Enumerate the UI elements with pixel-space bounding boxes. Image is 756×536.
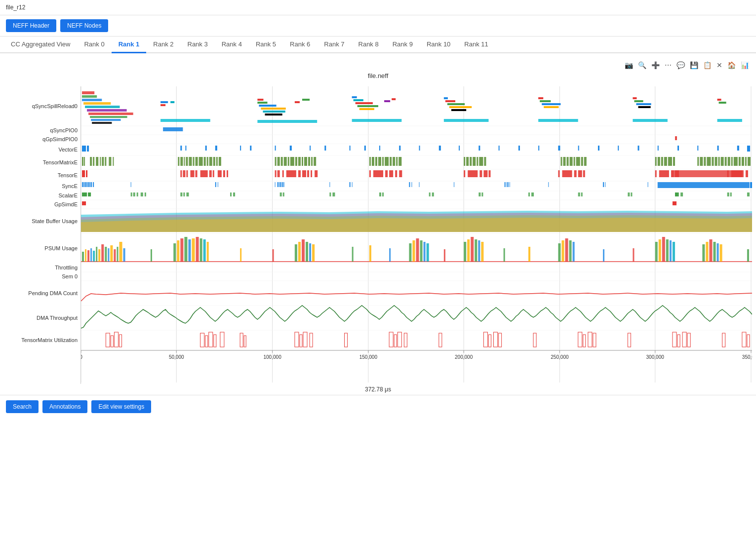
tab-rank4[interactable]: Rank 4 [215, 37, 249, 53]
tab-rank2[interactable]: Rank 2 [146, 37, 180, 53]
svg-rect-196 [180, 170, 182, 177]
tab-cc_aggregated[interactable]: CC Aggregated View [4, 37, 77, 53]
speech-icon[interactable]: 💬 [676, 60, 686, 70]
svg-rect-90 [379, 146, 380, 151]
svg-rect-186 [725, 157, 727, 166]
grid-icon[interactable]: ⋯ [664, 60, 673, 70]
svg-rect-175 [664, 157, 667, 166]
svg-rect-93 [439, 146, 441, 151]
svg-rect-306 [730, 192, 732, 196]
svg-rect-203 [213, 170, 214, 177]
svg-rect-167 [570, 157, 573, 166]
svg-rect-110 [82, 157, 83, 166]
svg-rect-133 [219, 157, 221, 166]
svg-rect-403 [345, 333, 348, 347]
svg-rect-396 [220, 332, 224, 347]
svg-text:300,000: 300,000 [646, 354, 665, 360]
svg-rect-378 [273, 249, 274, 262]
svg-rect-147 [369, 157, 371, 166]
neff-header-button[interactable]: NEFF Header [6, 19, 56, 32]
svg-rect-249 [215, 182, 216, 187]
copy-icon[interactable]: 📋 [702, 60, 713, 70]
svg-rect-345 [309, 243, 311, 262]
svg-rect-331 [173, 243, 176, 262]
svg-rect-86 [310, 146, 311, 151]
svg-rect-117 [105, 157, 106, 166]
svg-rect-151 [382, 157, 384, 166]
tab-rank0[interactable]: Rank 0 [77, 37, 111, 53]
svg-rect-347 [409, 243, 411, 262]
svg-rect-28 [85, 106, 119, 108]
svg-rect-185 [721, 157, 724, 166]
svg-rect-87 [324, 146, 326, 151]
annotations-button[interactable]: Annotations [42, 400, 87, 413]
svg-rect-188 [731, 157, 733, 166]
svg-rect-68 [636, 103, 651, 105]
tab-rank1[interactable]: Rank 1 [112, 37, 147, 53]
svg-rect-269 [548, 182, 549, 187]
search-button[interactable]: Search [6, 400, 39, 413]
svg-rect-106 [697, 146, 698, 151]
tab-rank6[interactable]: Rank 6 [283, 37, 317, 53]
save-icon[interactable]: 💾 [689, 60, 699, 70]
svg-rect-161 [477, 157, 478, 166]
home-icon[interactable]: 🏠 [726, 60, 737, 70]
tab-rank9[interactable]: Rank 9 [386, 37, 420, 53]
svg-rect-262 [411, 182, 412, 187]
svg-rect-248 [131, 182, 131, 187]
svg-rect-406 [398, 332, 401, 347]
svg-rect-355 [471, 237, 474, 262]
svg-rect-414 [578, 332, 582, 347]
svg-text:50,000: 50,000 [169, 354, 184, 360]
tab-rank10[interactable]: Rank 10 [420, 37, 457, 53]
svg-rect-137 [284, 157, 287, 166]
svg-rect-111 [84, 157, 85, 166]
svg-rect-29 [87, 109, 127, 112]
bar-chart-icon[interactable]: 📊 [740, 60, 750, 70]
svg-rect-226 [488, 170, 490, 177]
svg-rect-208 [278, 170, 280, 177]
svg-rect-32 [91, 119, 120, 121]
svg-rect-381 [389, 248, 391, 262]
svg-rect-85 [290, 146, 292, 151]
svg-rect-75 [675, 136, 677, 140]
svg-rect-164 [560, 157, 562, 166]
label-qsyncspillreload: qSyncSpillReload0 [4, 86, 80, 126]
tab-rank5[interactable]: Rank 5 [249, 37, 283, 53]
svg-rect-290 [332, 192, 335, 196]
svg-rect-255 [281, 182, 282, 187]
edit-view-settings-button[interactable]: Edit view settings [91, 400, 151, 413]
svg-rect-358 [481, 242, 483, 262]
tab-rank8[interactable]: Rank 8 [352, 37, 386, 53]
svg-rect-321 [96, 247, 97, 262]
close-icon[interactable]: ✕ [716, 60, 723, 70]
svg-rect-155 [396, 157, 398, 166]
tab-rank11[interactable]: Rank 11 [457, 37, 495, 53]
svg-rect-341 [295, 244, 297, 262]
neff-nodes-button[interactable]: NEFF Nodes [60, 19, 108, 32]
zoom-icon[interactable]: 🔍 [637, 60, 647, 70]
svg-text:150,000: 150,000 [359, 354, 378, 360]
plus-icon[interactable]: ➕ [650, 60, 661, 70]
label-qsyncpio: qSyncPIO0 [4, 126, 80, 135]
svg-rect-401 [303, 332, 307, 347]
camera-icon[interactable]: 📷 [624, 60, 634, 70]
svg-rect-383 [504, 248, 505, 262]
svg-rect-220 [395, 170, 397, 177]
svg-rect-329 [119, 242, 122, 262]
svg-rect-410 [488, 335, 491, 347]
svg-rect-250 [218, 182, 218, 187]
label-psum: PSUM Usage [4, 233, 80, 263]
svg-rect-162 [479, 157, 483, 166]
tab-rank3[interactable]: Rank 3 [181, 37, 215, 53]
button-row: NEFF Header NEFF Nodes [0, 15, 756, 37]
svg-rect-70 [633, 119, 667, 122]
svg-rect-271 [605, 182, 605, 187]
svg-rect-116 [102, 157, 104, 166]
svg-rect-99 [558, 146, 560, 151]
svg-rect-320 [93, 251, 95, 262]
svg-rect-377 [240, 248, 241, 262]
tab-rank7[interactable]: Rank 7 [317, 37, 351, 53]
svg-rect-258 [329, 182, 330, 187]
svg-rect-197 [183, 170, 185, 177]
